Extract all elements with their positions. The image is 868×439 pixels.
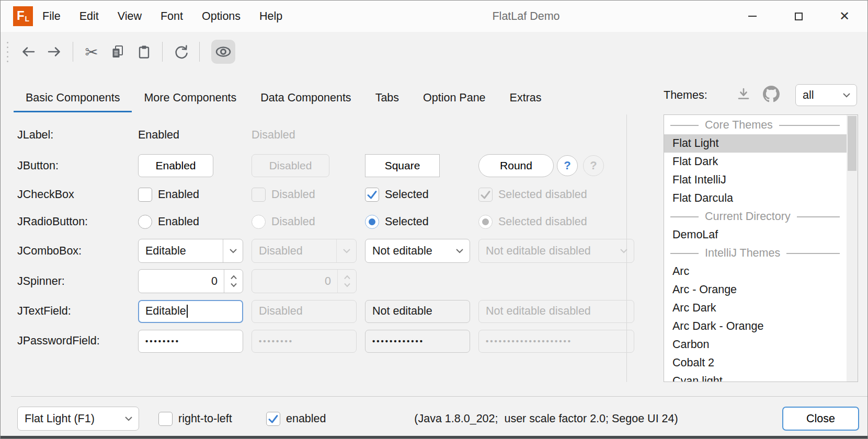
passwordfield-disabled: ••••••••	[252, 330, 357, 353]
checkbox-selected[interactable]	[365, 188, 379, 202]
themes-scrollbar[interactable]	[847, 115, 858, 382]
theme-filter-combobox[interactable]: all	[795, 84, 857, 106]
help-button[interactable]: ?	[557, 155, 578, 176]
enabled-checkbox[interactable]	[266, 412, 280, 426]
theme-item-arc-dark[interactable]: Arc Dark	[664, 299, 847, 317]
spinner-arrows[interactable]	[224, 270, 243, 293]
chevron-down-icon	[230, 283, 237, 287]
right-to-left-checkbox[interactable]	[158, 412, 173, 426]
theme-item-arc-orange[interactable]: Arc - Orange	[664, 281, 847, 299]
theme-item-flat-darcula[interactable]: Flat Darcula	[664, 189, 847, 207]
jlabel-disabled: Disabled	[252, 129, 295, 142]
tab-extras[interactable]: Extras	[498, 83, 554, 112]
forward-button[interactable]	[42, 40, 66, 64]
paste-button[interactable]	[132, 40, 156, 64]
jbutton-row-label: JButton:	[17, 159, 59, 172]
menu-view[interactable]: View	[108, 1, 151, 32]
textfield-editable[interactable]: Editable	[138, 300, 243, 323]
theme-item-demolaf[interactable]: DemoLaf	[664, 226, 847, 244]
themes-label: Themes:	[664, 83, 707, 107]
checkbox-disabled-label: Disabled	[271, 188, 315, 201]
theme-separator: Core Themes	[664, 116, 858, 134]
toolbar-separator	[162, 42, 163, 62]
theme-item-flat-dark[interactable]: Flat Dark	[664, 153, 847, 171]
menu-options[interactable]: Options	[192, 1, 250, 32]
checkbox-selected-label: Selected	[385, 188, 429, 201]
back-button[interactable]	[16, 40, 40, 64]
toolbar-separator	[199, 42, 200, 62]
jspinner-row-label: JSpinner:	[17, 275, 65, 288]
chevron-down-icon[interactable]	[119, 407, 139, 430]
enabled-button[interactable]: Enabled	[138, 154, 213, 177]
toolbar: ✂	[1, 32, 236, 72]
theme-item-cyan-light[interactable]: Cyan light	[664, 372, 847, 382]
themes-list: Core Themes Flat Light Flat Dark Flat In…	[664, 114, 858, 382]
tab-data-components[interactable]: Data Components	[248, 83, 363, 112]
tab-more-components[interactable]: More Components	[132, 83, 248, 112]
refresh-button[interactable]	[169, 40, 193, 64]
tab-tabs[interactable]: Tabs	[363, 83, 411, 112]
menu-edit[interactable]: Edit	[70, 1, 108, 32]
radio-selected[interactable]	[365, 215, 379, 229]
checkbox-disabled	[252, 188, 266, 202]
laf-combobox[interactable]: Flat Light (F1)	[17, 407, 139, 431]
logo-letter: F	[17, 6, 25, 26]
radio-enabled[interactable]	[138, 215, 152, 229]
radio-disabled	[252, 215, 266, 229]
jcombobox-row-label: JComboBox:	[17, 245, 82, 258]
enabled-checkbox-group[interactable]: enabled	[266, 407, 326, 431]
download-icon	[736, 87, 751, 101]
disabled-button: Disabled	[252, 154, 329, 177]
radio-dot	[369, 218, 375, 225]
jlabel-enabled: Enabled	[138, 129, 179, 142]
theme-item-cobalt-2[interactable]: Cobalt 2	[664, 354, 847, 372]
passwordfield-editable[interactable]: ••••••••	[138, 330, 243, 353]
theme-item-flat-light[interactable]: Flat Light	[664, 134, 847, 153]
combobox-not-editable[interactable]: Not editable	[365, 239, 470, 263]
logo-letter: L	[25, 15, 30, 22]
chevron-down-icon[interactable]	[450, 239, 470, 262]
theme-item-carbon[interactable]: Carbon	[664, 336, 847, 354]
toolbar-grip[interactable]	[7, 42, 8, 62]
checkbox-enabled[interactable]	[138, 188, 152, 202]
theme-separator: IntelliJ Themes	[664, 244, 858, 262]
github-icon	[763, 86, 780, 102]
right-to-left-checkbox-group[interactable]: right-to-left	[158, 407, 232, 431]
minimize-button[interactable]	[729, 1, 775, 32]
maximize-button[interactable]	[775, 1, 821, 32]
theme-item-arc[interactable]: Arc	[664, 262, 847, 281]
jradiobutton-row-label: JRadioButton:	[17, 215, 88, 228]
scrollbar-thumb[interactable]	[848, 116, 856, 171]
menu-help[interactable]: Help	[250, 1, 292, 32]
chevron-down-icon[interactable]	[223, 239, 243, 262]
checkbox-enabled-label: Enabled	[158, 188, 199, 201]
passwordfield-not-editable[interactable]: ••••••••••••	[365, 330, 470, 353]
show-hover-effects-toggle[interactable]	[211, 40, 235, 64]
close-button[interactable]: Close	[782, 407, 859, 431]
menu-file[interactable]: File	[33, 1, 70, 32]
square-button[interactable]: Square	[365, 154, 440, 177]
download-theme-button[interactable]	[736, 87, 751, 103]
textfield-not-editable[interactable]: Not editable	[365, 300, 470, 323]
spinner-disabled: 0	[252, 269, 357, 293]
round-button[interactable]: Round	[478, 154, 554, 177]
close-window-button[interactable]: ✕	[821, 1, 867, 32]
theme-item-arc-dark-orange[interactable]: Arc Dark - Orange	[664, 317, 847, 336]
combobox-editable[interactable]: Editable	[138, 239, 243, 263]
spinner-enabled[interactable]: 0	[138, 269, 243, 293]
menu-font[interactable]: Font	[151, 1, 192, 32]
minimize-icon	[748, 16, 757, 17]
github-button[interactable]	[763, 86, 780, 105]
theme-item-flat-intellij[interactable]: Flat IntelliJ	[664, 171, 847, 189]
app-logo: FL	[13, 6, 33, 26]
cut-button[interactable]: ✂	[79, 40, 104, 64]
passwordfield-not-editable-disabled: ••••••••••••••••••••	[478, 330, 634, 353]
tab-option-pane[interactable]: Option Pane	[411, 83, 498, 112]
copy-icon	[110, 44, 125, 60]
copy-button[interactable]	[106, 40, 130, 64]
paste-icon	[136, 44, 152, 60]
tab-basic-components[interactable]: Basic Components	[14, 83, 132, 112]
textfield-not-editable-disabled: Not editable disabled	[478, 300, 634, 323]
window-title: FlatLaf Demo	[461, 1, 591, 32]
back-icon	[20, 43, 37, 60]
